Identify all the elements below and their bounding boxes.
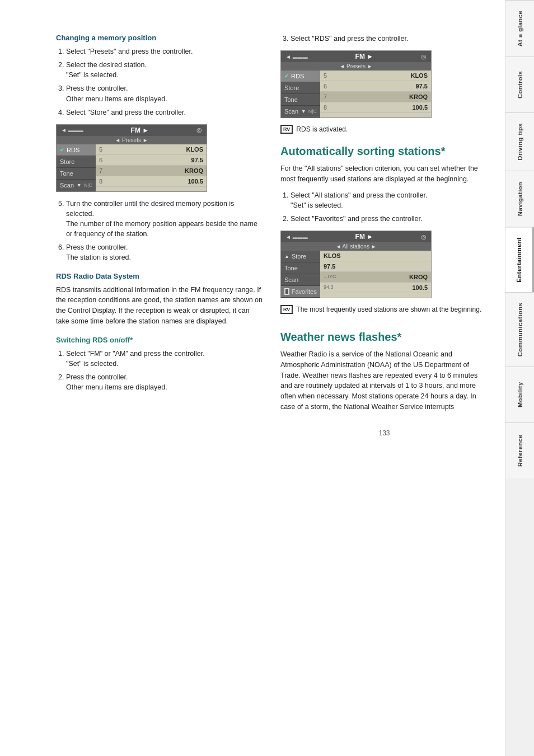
step-4: Select "Store" and press the controller. [66,107,264,118]
auto-sort-body: For the "All stations" selection criteri… [280,163,488,185]
klos-3: KLOS [324,252,341,259]
menu-rds: ✔ RDS [57,144,96,156]
station-klos: KLOS [186,146,203,153]
steps-list-2: Turn the controller until the desired me… [56,199,264,263]
num-8-2: 8 [324,104,327,111]
975-3: 97.5 [324,263,335,270]
menu-favorites: Favorites [281,286,320,298]
header-icon-3: ◎ [421,233,427,241]
1005-2: 100.5 [412,104,428,111]
radio-header-2: ◄ ▬▬▬ FM ► ◎ [281,51,431,62]
station-row-975: 6 97.5 [96,155,207,166]
header-arrow-left-3: ◄ ▬▬▬ [285,234,308,240]
menu-scan: Scan ▼ N|C [57,180,96,191]
right-step-3-list: Select "RDS" and press the controller. [280,34,488,44]
radio-menu-1: ✔ RDS Store Tone Scan ▼ [57,144,96,191]
section-weather: Weather news flashes* Weather Radio is a… [280,331,488,412]
tab-controls[interactable]: Controls [505,57,534,112]
menu-rds-label: RDS [67,147,79,153]
tab-navigation[interactable]: Navigation [505,171,534,227]
station-num-8: 8 [99,178,102,185]
auto-sort-steps: Select "All stations" and press the cont… [280,190,488,224]
left-column: Changing a memory position Select "Prese… [56,34,264,734]
975-2: 97.5 [416,83,428,90]
menu-tone-label: Tone [60,170,73,177]
freq-3: 94.3 [324,284,334,291]
tab-entertainment[interactable]: Entertainment [505,227,534,292]
side-tabs: At a glance Controls Driving tips Naviga… [505,0,534,756]
section-heading-auto: Automatically sorting stations* [280,145,488,158]
auto-step-1: Select "All stations" and press the cont… [291,190,488,210]
auto-step-2: Select "Favorites" and press the control… [291,214,488,224]
menu-store-3: ▲ Store [281,251,320,262]
section-heading-memory: Changing a memory position [56,34,264,42]
station-row-1005-2: 8 100.5 [320,102,431,113]
step-6: Press the controller.The station is stor… [66,242,264,262]
num-7-2: 7 [324,93,327,100]
station-row-kroq: 7 KROQ [96,166,207,176]
menu-scan-label: Scan [60,182,74,189]
favorites-icon [284,288,289,295]
right-column: Select "RDS" and press the controller. ◄… [280,34,488,734]
station-row-975-3: 97.5 [320,261,431,272]
num-5-2: 5 [324,72,327,79]
station-kroq: KROQ [185,167,203,174]
station-row-klos-2: 5 KLOS [320,71,431,81]
step-2: Select the desired station."Set" is sele… [66,60,264,80]
tab-mobility[interactable]: Mobility [505,367,534,422]
scan-arrow-2: ▼ [301,109,306,114]
tab-reference[interactable]: Reference [505,422,534,478]
radio-header-3: ◄ ▬▬▬ FM ► ◎ [281,231,431,242]
tab-at-a-glance[interactable]: At a glance [505,0,534,57]
switch-step-2: Press the controller.Other menu items ar… [66,372,264,392]
scan-extra: N|C [84,182,92,188]
weather-body: Weather Radio is a service of the Nation… [280,349,488,412]
station-row-kroq-2: 7 KROQ [320,92,431,102]
rv-box-2: RV [280,305,293,314]
rds-body-text: RDS transmits additional information in … [56,285,264,327]
dots-3: ...IYC [324,274,336,280]
switch-step-1: Select "FM" or "AM" and press the contro… [66,349,264,369]
store-label-3: Store [292,253,306,260]
rds-activated-icon: RV [280,125,293,134]
radio-sub-header-3: ◄ All stations ► [281,242,431,251]
rds-check: ✔ [60,147,64,153]
station-row-1005: 8 100.5 [96,176,207,187]
header-arrow-left-1: ◄ ▬▬▬ [61,127,83,133]
auto-sort-icon: RV [280,305,293,314]
tab-driving-tips[interactable]: Driving tips [505,112,534,171]
kroq-3: KROQ [409,274,428,280]
rds-activated-text: RDS is activated. [296,125,348,133]
step-1: Select "Presets" and press the controlle… [66,46,264,57]
section-heading-weather: Weather news flashes* [280,331,488,344]
tab-communications[interactable]: Communications [505,292,534,367]
section-changing-memory: Changing a memory position Select "Prese… [56,34,264,263]
section-auto-sort: Automatically sorting stations* For the … [280,145,488,224]
header-icon-2: ◎ [421,53,427,60]
station-num-5: 5 [99,146,102,153]
kroq-2: KROQ [409,93,428,100]
section-switching-rds: Switching RDS on/off* Select "FM" or "AM… [56,336,264,393]
station-975: 97.5 [191,157,203,163]
klos-2: KLOS [410,72,428,79]
auto-sort-note: RV The most frequently used stations are… [280,305,488,314]
menu-rds-label-2: RDS [291,73,304,79]
right-step-3: Select "RDS" and press the controller. [291,34,488,44]
step-5: Turn the controller until the desired me… [66,199,264,240]
radio-stations-1: 5 KLOS 6 97.5 7 KROQ [96,144,207,191]
num-6-2: 6 [324,83,327,90]
fm-label-3: FM ► [355,233,374,241]
station-row-1005-3: 94.3 100.5 [320,283,431,293]
station-num-7: 7 [99,167,102,174]
header-icon-1: ◎ [196,126,202,134]
station-row-klos: 5 KLOS [96,144,207,155]
radio-body-2: ✔ RDS Store Tone Scan ▼ N|C 5 [281,71,431,118]
station-row-klos-3: KLOS [320,251,431,261]
radio-display-3: ◄ ▬▬▬ FM ► ◎ ◄ All stations ► ▲ Store To… [280,231,432,298]
section-heading-switching: Switching RDS on/off* [56,336,264,344]
station-row-kroq-3: ...IYC KROQ [320,272,431,283]
menu-rds-2: ✔ RDS [281,71,320,82]
rds-check-2: ✔ [284,73,289,79]
section-rds: RDS Radio Data System RDS transmits addi… [56,272,264,327]
radio-sub-header-1: ◄ Presets ► [57,136,207,144]
